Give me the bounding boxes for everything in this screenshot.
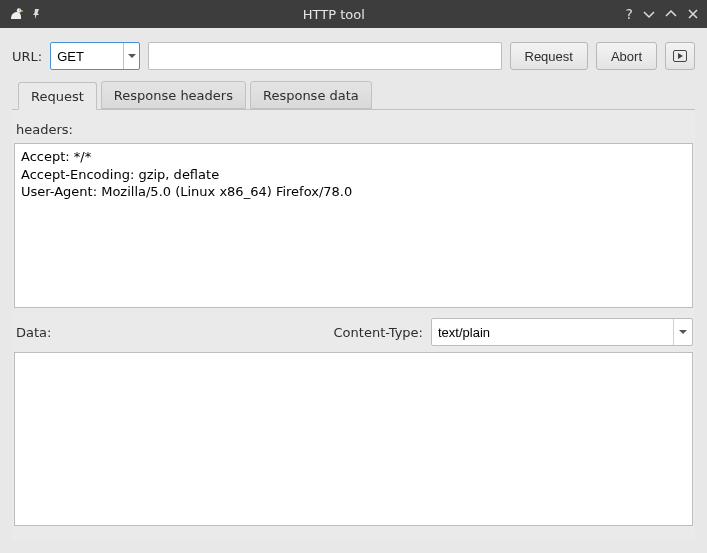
send-icon-button[interactable]	[665, 42, 695, 70]
tab-content-request: headers: Data: Content-Type:	[12, 110, 695, 541]
titlebar: HTTP tool ?	[0, 0, 707, 28]
tabs: Request Response headers Response data h…	[12, 80, 695, 541]
abort-button[interactable]: Abort	[596, 42, 657, 70]
headers-label: headers:	[16, 122, 693, 137]
http-method-combo[interactable]	[50, 42, 140, 70]
url-row: URL: Request Abort	[12, 42, 695, 70]
help-icon[interactable]: ?	[626, 6, 633, 22]
url-label: URL:	[12, 49, 42, 64]
svg-point-1	[19, 10, 20, 11]
http-method-input[interactable]	[51, 43, 123, 69]
url-field-wrap	[148, 42, 501, 70]
body-textarea[interactable]	[14, 352, 693, 526]
http-method-dropdown-arrow[interactable]	[123, 43, 139, 69]
minimize-icon[interactable]	[643, 8, 655, 20]
window-title: HTTP tool	[42, 7, 626, 22]
content-type-dropdown-arrow[interactable]	[673, 319, 692, 345]
send-triangle-icon	[673, 50, 687, 62]
data-label: Data:	[16, 325, 51, 340]
tab-response-data[interactable]: Response data	[250, 81, 372, 109]
content-type-input[interactable]	[432, 319, 673, 345]
tab-request[interactable]: Request	[18, 82, 97, 110]
maximize-icon[interactable]	[665, 8, 677, 20]
request-button[interactable]: Request	[510, 42, 588, 70]
content-type-combo[interactable]	[431, 318, 693, 346]
tab-response-headers[interactable]: Response headers	[101, 81, 246, 109]
headers-textarea[interactable]	[14, 143, 693, 308]
tabs-header: Request Response headers Response data	[12, 80, 695, 110]
pin-icon[interactable]	[30, 8, 42, 20]
close-icon[interactable]	[687, 8, 699, 20]
url-input[interactable]	[149, 43, 500, 69]
content-type-label: Content-Type:	[334, 325, 423, 340]
svg-point-0	[17, 8, 21, 12]
app-icon	[8, 6, 24, 22]
window-body: URL: Request Abort Request Response head…	[0, 28, 707, 553]
